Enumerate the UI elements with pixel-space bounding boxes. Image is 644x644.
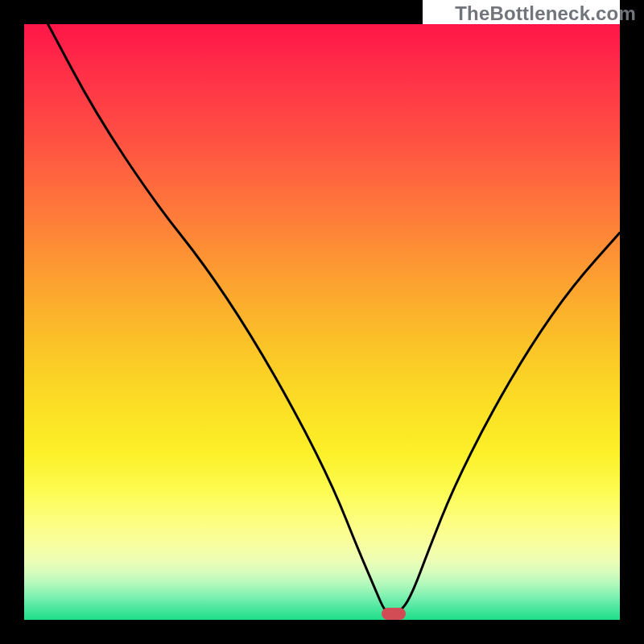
border-bottom	[0, 620, 644, 644]
optimum-marker	[382, 608, 406, 620]
border-top-left	[0, 0, 423, 24]
chart-frame: TheBottleneck.com	[0, 0, 644, 644]
border-right	[620, 0, 644, 644]
plot-area	[24, 24, 620, 620]
border-left	[0, 0, 24, 644]
bottleneck-curve	[24, 24, 620, 620]
watermark-text: TheBottleneck.com	[455, 2, 636, 25]
